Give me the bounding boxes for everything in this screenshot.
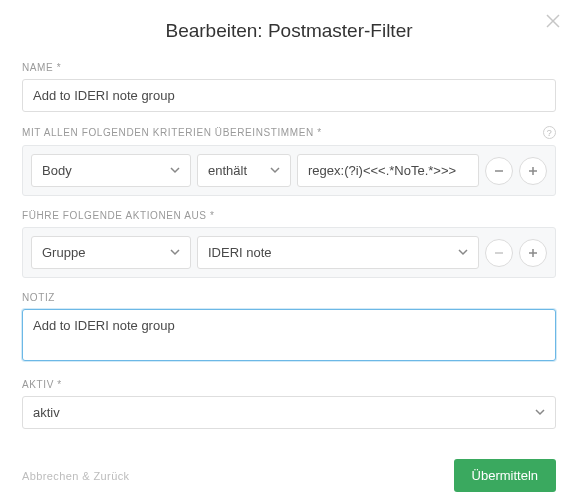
criteria-row: Body enthält xyxy=(22,145,556,196)
label-note-text: NOTIZ xyxy=(22,292,55,303)
label-active: AKTIV * xyxy=(22,379,556,390)
group-name: NAME * xyxy=(22,62,556,112)
active-select-value: aktiv xyxy=(33,405,60,420)
label-criteria-text: MIT ALLEN FOLGENDEN KRITERIEN ÜBEREINSTI… xyxy=(22,127,322,138)
close-icon[interactable] xyxy=(544,12,562,30)
cancel-link[interactable]: Abbrechen & Zurück xyxy=(22,470,129,482)
chevron-down-icon xyxy=(170,163,180,178)
label-active-text: AKTIV * xyxy=(22,379,62,390)
group-criteria: MIT ALLEN FOLGENDEN KRITERIEN ÜBEREINSTI… xyxy=(22,126,556,196)
label-name-text: NAME * xyxy=(22,62,61,73)
action-type-value: Gruppe xyxy=(42,245,85,260)
action-row: Gruppe IDERI note xyxy=(22,227,556,278)
chevron-down-icon xyxy=(535,405,545,420)
group-active: AKTIV * aktiv xyxy=(22,379,556,429)
active-select[interactable]: aktiv xyxy=(22,396,556,429)
action-type-select[interactable]: Gruppe xyxy=(31,236,191,269)
label-criteria: MIT ALLEN FOLGENDEN KRITERIEN ÜBEREINSTI… xyxy=(22,126,556,139)
group-note: NOTIZ xyxy=(22,292,556,365)
group-actions: FÜHRE FOLGENDE AKTIONEN AUS * Gruppe IDE… xyxy=(22,210,556,278)
submit-button[interactable]: Übermitteln xyxy=(454,459,556,492)
modal-footer: Abbrechen & Zurück Übermitteln xyxy=(22,443,556,492)
chevron-down-icon xyxy=(458,245,468,260)
add-action-button[interactable] xyxy=(519,239,547,267)
remove-criteria-button[interactable] xyxy=(485,157,513,185)
criteria-field-select[interactable]: Body xyxy=(31,154,191,187)
modal-title: Bearbeiten: Postmaster-Filter xyxy=(22,20,556,42)
note-textarea[interactable] xyxy=(22,309,556,361)
edit-filter-modal: Bearbeiten: Postmaster-Filter NAME * MIT… xyxy=(0,0,578,500)
chevron-down-icon xyxy=(270,163,280,178)
label-actions: FÜHRE FOLGENDE AKTIONEN AUS * xyxy=(22,210,556,221)
action-target-value: IDERI note xyxy=(208,245,272,260)
label-name: NAME * xyxy=(22,62,556,73)
criteria-operator-select[interactable]: enthält xyxy=(197,154,291,187)
criteria-operator-value: enthält xyxy=(208,163,247,178)
label-note: NOTIZ xyxy=(22,292,556,303)
modal-content: NAME * MIT ALLEN FOLGENDEN KRITERIEN ÜBE… xyxy=(22,62,556,443)
remove-action-button[interactable] xyxy=(485,239,513,267)
name-input[interactable] xyxy=(22,79,556,112)
add-criteria-button[interactable] xyxy=(519,157,547,185)
action-target-select[interactable]: IDERI note xyxy=(197,236,479,269)
criteria-value-input[interactable] xyxy=(297,154,479,187)
label-actions-text: FÜHRE FOLGENDE AKTIONEN AUS * xyxy=(22,210,214,221)
help-icon[interactable]: ? xyxy=(543,126,556,139)
criteria-field-value: Body xyxy=(42,163,72,178)
chevron-down-icon xyxy=(170,245,180,260)
